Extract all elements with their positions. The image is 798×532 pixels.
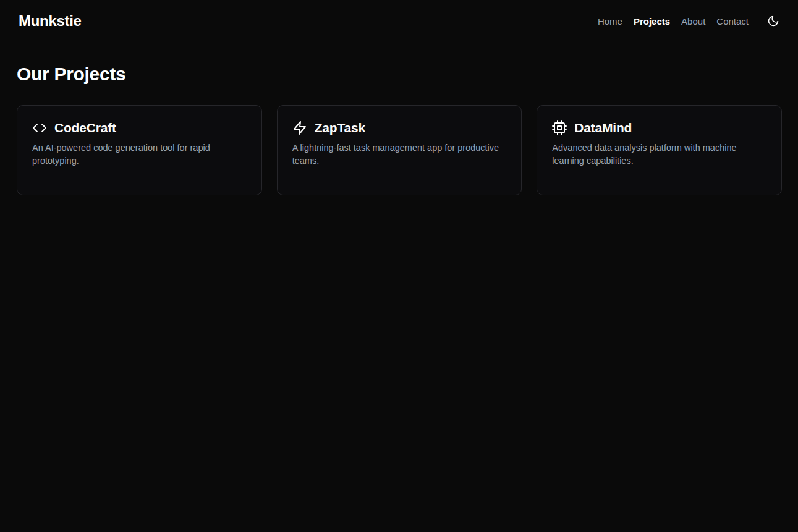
zap-icon <box>292 120 307 135</box>
project-card-header: CodeCraft <box>32 120 247 135</box>
cpu-icon <box>552 120 567 135</box>
code-icon <box>32 120 47 135</box>
project-card-header: DataMind <box>552 120 766 135</box>
project-title: DataMind <box>574 120 632 135</box>
projects-grid: CodeCraft An AI-powered code generation … <box>17 105 782 195</box>
project-title: ZapTask <box>315 120 365 135</box>
project-card-datamind[interactable]: DataMind Advanced data analysis platform… <box>537 105 782 195</box>
project-card-zaptask[interactable]: ZapTask A lightning-fast task management… <box>277 105 522 195</box>
project-card-header: ZapTask <box>292 120 507 135</box>
site-logo[interactable]: Munkstie <box>19 12 82 30</box>
project-title: CodeCraft <box>54 120 116 135</box>
nav-item-about[interactable]: About <box>681 16 705 27</box>
main-nav: Home Projects About Contact <box>598 14 781 28</box>
nav-item-projects[interactable]: Projects <box>634 16 670 27</box>
project-description: A lightning-fast task management app for… <box>292 141 506 167</box>
nav-item-home[interactable]: Home <box>598 16 622 27</box>
project-description: An AI-powered code generation tool for r… <box>32 141 245 167</box>
nav-item-contact[interactable]: Contact <box>716 16 749 27</box>
project-description: Advanced data analysis platform with mac… <box>552 141 765 167</box>
project-card-codecraft[interactable]: CodeCraft An AI-powered code generation … <box>17 105 262 195</box>
page-title: Our Projects <box>17 64 782 85</box>
site-header: Munkstie Home Projects About Contact <box>0 0 798 42</box>
main-content: Our Projects CodeCraft An AI-powered cod… <box>0 42 798 195</box>
moon-icon <box>767 15 779 27</box>
theme-toggle-button[interactable] <box>766 14 781 28</box>
